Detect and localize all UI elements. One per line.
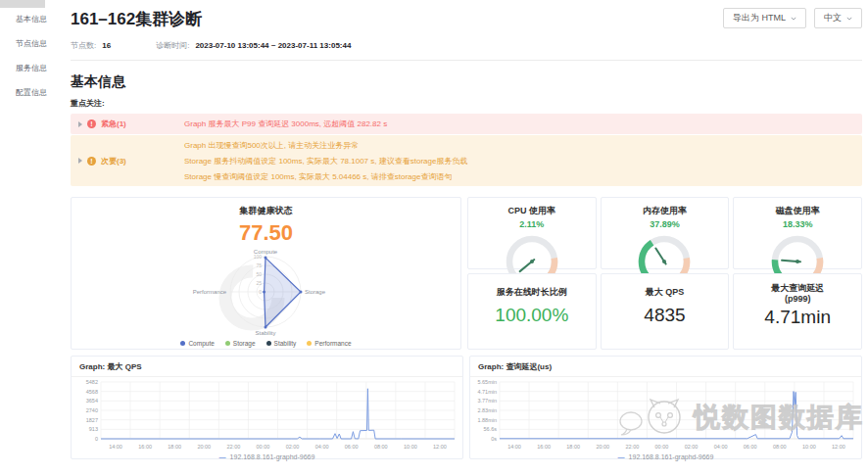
radar-legend: ComputeStorageStabilityPerformance xyxy=(72,340,460,347)
export-html-button[interactable]: 导出为 HTML xyxy=(723,8,806,28)
svg-text:Compute: Compute xyxy=(254,249,278,255)
severity-label: 次要(3) xyxy=(101,156,126,167)
main-content: 161–162集群诊断 导出为 HTML 中文 节点数: 16 诊断时间: 20… xyxy=(71,8,862,476)
radar-legend-item-storage[interactable]: Storage xyxy=(225,340,256,347)
svg-text:25: 25 xyxy=(256,280,262,286)
svg-text:Performance: Performance xyxy=(193,289,227,295)
legend-series-label: 192.168.8.161-graphd-9669 xyxy=(230,453,315,460)
expand-arrow-icon xyxy=(78,121,82,127)
sidebar-item-service-info[interactable]: 服务信息 xyxy=(16,64,67,72)
svg-text:1827: 1827 xyxy=(86,417,98,423)
alert-group-critical-toggle[interactable]: ! 紧急(1) xyxy=(78,119,184,129)
memory-usage-card: 内存使用率 37.89% xyxy=(601,197,730,269)
uptime-ratio-title: 服务在线时长比例 xyxy=(468,274,596,298)
alert-message: Graph 出现慢查询500次以上, 请主动关注业务异常 xyxy=(184,141,467,150)
sidebar-item-node-info[interactable]: 节点信息 xyxy=(16,39,67,48)
expand-arrow-icon xyxy=(78,158,82,164)
svg-text:75: 75 xyxy=(256,262,262,268)
svg-text:18:00: 18:00 xyxy=(566,444,580,450)
memory-usage-gauge xyxy=(623,230,705,275)
page-title: 161–162集群诊断 xyxy=(71,8,202,30)
svg-text:5.65min: 5.65min xyxy=(477,379,497,385)
qps-line-chart: 54824568365427401827913014:0016:0018:002… xyxy=(72,377,462,452)
alerts-title: 重点关注: xyxy=(71,98,862,109)
legend-dot-icon xyxy=(266,341,271,346)
svg-text:04:00: 04:00 xyxy=(315,444,329,450)
svg-text:20:00: 20:00 xyxy=(197,444,211,450)
legend-line-icon: — xyxy=(219,453,226,460)
minor-warning-icon: ! xyxy=(87,157,96,166)
max-qps-card: 最大 QPS 4835 xyxy=(601,273,730,350)
svg-text:Stability: Stability xyxy=(255,330,275,336)
svg-text:18:00: 18:00 xyxy=(168,444,181,450)
qps-graph-title: Graph: 最大 QPS xyxy=(72,357,462,377)
uptime-ratio-value: 100.00% xyxy=(468,305,596,326)
svg-text:4.71min: 4.71min xyxy=(477,389,497,395)
health-radar-chart: 1007550250ComputeStorageStabilityPerform… xyxy=(72,246,460,336)
legend-line-icon: — xyxy=(618,453,625,460)
diagnosis-time-value: 2023-07-10 13:05:44 ~ 2023-07-11 13:05:4… xyxy=(195,41,351,50)
max-latency-card: 最大查询延迟 (p999) 4.71min xyxy=(733,273,862,350)
critical-warning-icon: ! xyxy=(87,119,96,128)
svg-text:0: 0 xyxy=(259,289,262,295)
svg-text:2.83min: 2.83min xyxy=(477,407,497,413)
sidebar-item-config-info[interactable]: 配置信息 xyxy=(16,88,67,97)
svg-text:08:00: 08:00 xyxy=(374,444,388,450)
alert-message: Storage 服务抖动阈值设定 100ms, 实际最大 78.1007 s, … xyxy=(184,157,467,166)
legend-dot-icon xyxy=(225,341,230,346)
node-count-value: 16 xyxy=(102,41,111,50)
radar-legend-item-compute[interactable]: Compute xyxy=(180,340,214,347)
cpu-usage-title: CPU 使用率 xyxy=(468,198,596,217)
max-latency-title: 最大查询延迟 xyxy=(734,274,861,294)
svg-text:06:00: 06:00 xyxy=(345,444,359,450)
svg-text:14:00: 14:00 xyxy=(507,444,521,450)
latency-graph-card: Graph: 查询延迟(us) 5.65min4.71min3.77min2.8… xyxy=(469,356,862,459)
sidebar: 基本信息 节点信息 服务信息 配置信息 xyxy=(16,15,67,113)
svg-text:00:00: 00:00 xyxy=(257,444,270,450)
chevron-down-icon xyxy=(846,16,852,22)
svg-text:5482: 5482 xyxy=(86,379,98,385)
svg-text:06:00: 06:00 xyxy=(744,444,757,450)
section-basic-info: 基本信息 xyxy=(71,73,862,91)
latency-line-chart: 5.65min4.71min3.77min2.83min1.88min56.6s… xyxy=(470,377,861,452)
cluster-health-card: 集群健康状态 77.50 1007550250ComputeStorageSta… xyxy=(71,197,461,350)
svg-text:1.88min: 1.88min xyxy=(477,417,497,423)
language-select-button[interactable]: 中文 xyxy=(814,8,862,28)
legend-dot-icon xyxy=(307,341,312,346)
diagnosis-time-label: 诊断时间: xyxy=(156,40,189,51)
qps-graph-legend[interactable]: — 192.168.8.161-graphd-9669 xyxy=(72,453,462,460)
svg-text:00:00: 00:00 xyxy=(655,444,669,450)
svg-text:50: 50 xyxy=(256,271,262,277)
svg-text:16:00: 16:00 xyxy=(537,444,551,450)
language-label: 中文 xyxy=(824,12,842,24)
qps-graph-card: Graph: 最大 QPS 54824568365427401827913014… xyxy=(71,356,463,459)
svg-text:10:00: 10:00 xyxy=(404,444,417,450)
svg-text:4568: 4568 xyxy=(86,389,98,395)
sidebar-item-basic-info[interactable]: 基本信息 xyxy=(16,15,67,24)
svg-text:2740: 2740 xyxy=(86,407,98,413)
svg-text:02:00: 02:00 xyxy=(685,444,699,450)
radar-legend-item-performance[interactable]: Performance xyxy=(307,340,351,347)
svg-text:20:00: 20:00 xyxy=(596,444,609,450)
cpu-usage-gauge xyxy=(491,230,573,275)
max-latency-subtitle: (p999) xyxy=(734,294,861,304)
memory-usage-title: 内存使用率 xyxy=(602,198,729,217)
svg-text:16:00: 16:00 xyxy=(138,444,152,450)
disk-usage-card: 磁盘使用率 18.33% xyxy=(733,197,862,269)
legend-dot-icon xyxy=(180,341,185,346)
cpu-usage-card: CPU 使用率 2.11% xyxy=(467,197,597,269)
svg-text:22:00: 22:00 xyxy=(226,444,240,450)
latency-graph-legend[interactable]: — 192.168.8.161-graphd-9669 xyxy=(470,453,861,460)
cpu-usage-value: 2.11% xyxy=(468,219,596,229)
export-html-label: 导出为 HTML xyxy=(733,12,786,24)
svg-text:3654: 3654 xyxy=(86,398,98,404)
diagnosis-meta-row: 节点数: 16 诊断时间: 2023-07-10 13:05:44 ~ 2023… xyxy=(71,40,862,61)
uptime-ratio-card: 服务在线时长比例 100.00% xyxy=(467,273,597,350)
alert-message: Storage 慢查询阈值设定 100ms, 实际最大 5.04466 s, 请… xyxy=(184,172,467,181)
disk-usage-value: 18.33% xyxy=(734,219,861,229)
alert-group-minor-toggle[interactable]: ! 次要(3) xyxy=(78,140,184,181)
svg-text:0s: 0s xyxy=(491,436,497,442)
radar-legend-item-stability[interactable]: Stability xyxy=(266,340,297,347)
chevron-down-icon xyxy=(791,16,796,22)
max-qps-value: 4835 xyxy=(602,305,729,326)
